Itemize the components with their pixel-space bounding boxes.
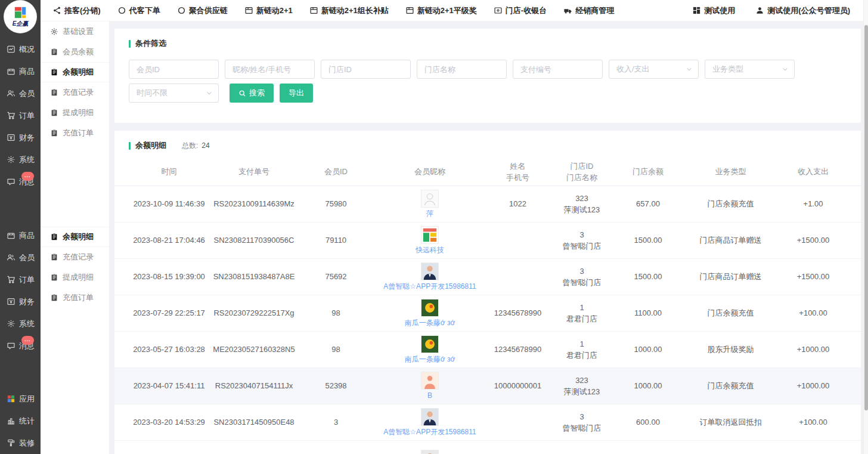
column-header-line1: 时间	[162, 166, 177, 178]
sidebar-item-label: 会员	[19, 88, 35, 99]
scrollbar-thumb[interactable]	[864, 25, 868, 410]
sidebar-item-messages[interactable]: 消息...	[0, 171, 41, 193]
topbar-account-item[interactable]: 测试使用	[692, 5, 735, 16]
cell-income-expense: +1500.00	[780, 234, 847, 246]
export-button-label: 导出	[289, 88, 304, 98]
topbar-menu-item[interactable]: 代客下单	[117, 5, 160, 16]
cell-store-balance: 1500.00	[615, 234, 681, 246]
topbar-menu-item[interactable]: 新链动2+1组长补贴	[309, 5, 389, 16]
sidebar-item-system[interactable]: 系统	[0, 313, 41, 335]
subsidebar-item-recharge-orders[interactable]: 充值订单	[41, 288, 109, 308]
store-id: 323	[549, 375, 615, 387]
subsidebar-item-member-balance[interactable]: 会员余额	[41, 42, 109, 62]
box-icon	[7, 67, 16, 76]
sidebar-item-apps[interactable]: 应用	[0, 388, 41, 410]
cell-business-type: 门店余额充值	[681, 380, 780, 392]
time-range-select[interactable]: 时间不限	[129, 84, 219, 103]
store-name: 君君门店	[549, 313, 615, 325]
member-nickname-link[interactable]: 萍	[426, 209, 433, 218]
subsidebar-item-balance-detail[interactable]: 余额明细	[41, 227, 109, 247]
cell-member-nickname: 南瓜一条藤ớ зớ	[373, 335, 486, 363]
search-button[interactable]: 搜索	[230, 84, 274, 103]
sidebar-item-orders[interactable]: 订单	[0, 268, 41, 291]
store-id-input[interactable]	[321, 60, 411, 79]
sidebar-item-members[interactable]: 会员	[0, 246, 41, 268]
chat-icon	[7, 341, 16, 350]
cell-member-nickname: 南瓜一条藤ớ зớ	[373, 299, 486, 327]
sidebar-item-stats[interactable]: 统计	[0, 410, 41, 432]
column-header-line1: 业务类型	[715, 166, 746, 178]
cell-store: 3曾智聪门店	[549, 411, 615, 434]
cell-payment-no: SN2308151938487A8E	[209, 271, 299, 283]
grid-icon	[692, 6, 701, 15]
member-nickname-link[interactable]: A曾智聪☆APP开发15986811	[383, 428, 476, 436]
sidebar-item-goods[interactable]: 商品	[0, 60, 41, 82]
member-nickname-link[interactable]: 南瓜一条藤ớ зớ	[405, 355, 455, 363]
member-nickname-link[interactable]: 南瓜一条藤ớ зớ	[405, 319, 455, 327]
topbar-menu-item[interactable]: 新链动2+1	[244, 5, 293, 16]
cell-store-balance: 600.00	[615, 416, 681, 428]
member-nickname-link[interactable]: B	[427, 391, 432, 400]
ring-icon	[117, 6, 126, 15]
column-header: 业务类型	[681, 166, 780, 178]
topbar-account-item[interactable]: 测试使用(公众号管理员)	[755, 5, 850, 16]
cell-payment-no: RS20230407154111Jx	[209, 380, 299, 392]
topbar-menu-item[interactable]: 聚合供应链	[177, 5, 228, 16]
sidebar-item-system[interactable]: 系统	[0, 149, 41, 171]
store-name-input[interactable]	[417, 60, 507, 79]
subsidebar-item-commission-detail[interactable]: 提成明细	[41, 267, 109, 288]
column-header-line1: 姓名	[510, 160, 526, 172]
export-button[interactable]: 导出	[280, 84, 313, 103]
topbar-menu-item[interactable]: 经销商管理	[563, 5, 614, 16]
cell-store-balance: 1500.00	[615, 271, 681, 283]
store-name: 萍测试123	[549, 386, 615, 398]
topbar-menu-item[interactable]: 推客(分销)	[52, 5, 101, 16]
table-row: 2023-05-27 16:03:28ME20230527160328N598南…	[114, 332, 861, 368]
subsidebar-item-label: 余额明细	[63, 67, 94, 78]
cell-member-nickname	[373, 450, 486, 454]
sidebar-item-finance[interactable]: 财务	[0, 126, 41, 149]
payment-no-input[interactable]	[513, 60, 603, 79]
cell-payment-no: ME20230527160328N5	[209, 344, 299, 356]
subsidebar-item-recharge-records[interactable]: 充值记录	[41, 247, 109, 267]
topbar-menu-item[interactable]: 门店-收银台	[494, 5, 547, 16]
member-nickname-link[interactable]: 快远科技	[416, 246, 444, 254]
column-header: 支付单号	[209, 166, 299, 178]
sidebar-item-finance[interactable]: 财务	[0, 291, 41, 313]
store-id: 1	[549, 302, 615, 314]
wallet-icon	[7, 297, 16, 306]
sidebar-item-messages[interactable]: 消息...	[0, 335, 41, 357]
subsidebar-item-label: 充值记录	[63, 87, 94, 98]
cell-name-phone: 10000000001	[486, 380, 549, 392]
store-name: 曾智聪门店	[549, 240, 615, 252]
subsidebar-item-recharge-orders[interactable]: 充值订单	[41, 123, 109, 143]
subsidebar-item-balance-detail[interactable]: 余额明细	[41, 62, 109, 82]
sidebar-item-label: 概况	[19, 44, 35, 55]
cell-income-expense: +1.00	[780, 198, 847, 210]
sidebar-item-decorate[interactable]: 装修	[0, 432, 41, 454]
sidebar-item-orders[interactable]: 订单	[0, 104, 41, 126]
title-accent-bar	[129, 40, 131, 48]
member-avatar	[421, 226, 439, 244]
sidebar-item-overview[interactable]: 概况	[0, 38, 41, 60]
topbar-menu-item[interactable]: 新链动2+1平级奖	[405, 5, 477, 16]
business-type-select[interactable]: 业务类型	[705, 60, 795, 79]
member-nickname-link[interactable]: A曾智聪☆APP开发15986811	[383, 282, 476, 291]
column-header-line1: 会员昵称	[414, 166, 445, 178]
secondary-sidebar-group: 余额明细充值记录提成明细充值订单	[41, 227, 109, 308]
sidebar-group: 概况商品会员订单财务系统消息...	[0, 38, 41, 193]
app-logo[interactable]: E企赢	[4, 1, 36, 33]
topbar: 推客(分销)代客下单聚合供应链新链动2+1新链动2+1组长补贴新链动2+1平级奖…	[41, 0, 863, 21]
select-placeholder: 收入/支出	[616, 64, 650, 75]
sidebar-item-members[interactable]: 会员	[0, 82, 41, 104]
column-header-line1: 门店ID	[571, 160, 594, 172]
subsidebar-item-recharge-records[interactable]: 充值记录	[41, 82, 109, 103]
table-row: 2023-10-09 11:46:39RS20231009114639Mz759…	[114, 186, 861, 223]
sidebar-item-goods[interactable]: 商品	[0, 224, 41, 246]
income-expense-select[interactable]: 收入/支出	[609, 60, 699, 79]
subsidebar-item-commission-detail[interactable]: 提成明细	[41, 103, 109, 123]
nickname-name-phone-input[interactable]	[225, 60, 315, 79]
subsidebar-item-basic-settings[interactable]: 基础设置	[41, 21, 109, 42]
member-id-input[interactable]	[129, 60, 219, 79]
unread-badge: ...	[21, 172, 34, 181]
